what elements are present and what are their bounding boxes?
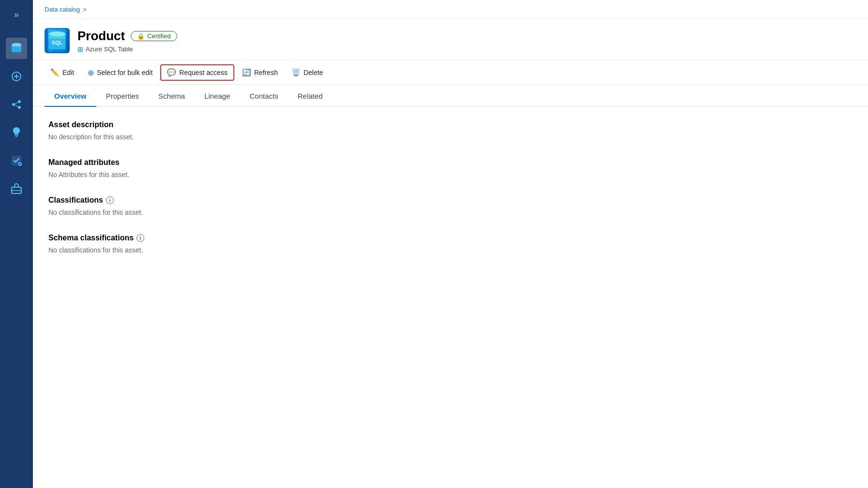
section-schema-classifications: Schema classifications i No classificati… [48, 234, 853, 254]
svg-line-8 [15, 105, 18, 107]
tabs-container: Overview Properties Schema Lineage Conta… [33, 85, 868, 107]
delete-button[interactable]: 🗑️ Delete [286, 65, 329, 80]
request-access-button[interactable]: 💬 Request access [160, 64, 234, 81]
tab-lineage[interactable]: Lineage [195, 85, 240, 107]
svg-point-18 [49, 31, 65, 36]
certification-icon[interactable] [6, 150, 27, 171]
svg-rect-10 [15, 136, 18, 137]
certified-badge-icon: 🔒 [137, 32, 145, 40]
svg-point-5 [18, 100, 21, 103]
main-content: Data catalog > SQL Product 🔒 Certified [33, 0, 868, 488]
tools-icon[interactable] [6, 178, 27, 199]
asset-title-area: Product 🔒 Certified ⊞ Azure SQL Table [77, 29, 177, 53]
asset-header: SQL Product 🔒 Certified ⊞ Azure SQL Tabl… [33, 19, 868, 60]
asset-type-label: Azure SQL Table [86, 45, 133, 53]
sidebar: » [0, 0, 33, 488]
tab-related[interactable]: Related [288, 85, 333, 107]
section-asset-description: Asset description No description for thi… [48, 120, 853, 141]
svg-point-6 [18, 106, 21, 109]
insights-icon[interactable] [6, 122, 27, 143]
section-title-text-managed-attributes: Managed attributes [48, 158, 120, 167]
tab-schema[interactable]: Schema [149, 85, 195, 107]
tab-contacts[interactable]: Contacts [240, 85, 288, 107]
glossary-icon[interactable] [6, 66, 27, 87]
breadcrumb-data-catalog[interactable]: Data catalog [45, 6, 80, 13]
edit-button[interactable]: ✏️ Edit [45, 65, 80, 80]
edit-label: Edit [62, 69, 74, 76]
asset-subtitle: ⊞ Azure SQL Table [77, 45, 177, 53]
workflow-icon[interactable] [6, 94, 27, 115]
section-body-schema-classifications: No classifications for this asset. [48, 246, 853, 254]
section-title-managed-attributes: Managed attributes [48, 158, 853, 167]
asset-title-row: Product 🔒 Certified [77, 29, 177, 44]
delete-label: Delete [304, 69, 323, 76]
bulk-edit-icon: ⊕ [88, 68, 94, 77]
delete-icon: 🗑️ [291, 68, 301, 77]
section-title-asset-description: Asset description [48, 120, 853, 129]
section-title-text-schema-classifications: Schema classifications [48, 234, 134, 242]
refresh-icon: 🔄 [242, 68, 251, 77]
classifications-info-icon[interactable]: i [106, 196, 114, 204]
section-title-schema-classifications: Schema classifications i [48, 234, 853, 242]
request-access-icon: 💬 [167, 68, 176, 77]
svg-text:SQL: SQL [52, 40, 63, 45]
section-body-managed-attributes: No Attributes for this asset. [48, 171, 853, 178]
svg-line-7 [15, 102, 18, 104]
certified-badge: 🔒 Certified [131, 31, 177, 41]
sql-cylinder: SQL [48, 29, 66, 52]
expand-icon[interactable]: » [6, 4, 27, 25]
tab-overview[interactable]: Overview [45, 85, 96, 107]
section-body-classifications: No classifications for this asset. [48, 208, 853, 216]
refresh-button[interactable]: 🔄 Refresh [236, 65, 284, 80]
schema-classifications-info-icon[interactable]: i [137, 234, 144, 242]
section-title-text-asset-description: Asset description [48, 120, 113, 129]
tab-properties[interactable]: Properties [96, 85, 149, 107]
section-title-text-classifications: Classifications [48, 196, 103, 205]
edit-icon: ✏️ [50, 68, 60, 77]
section-title-classifications: Classifications i [48, 196, 853, 205]
refresh-label: Refresh [254, 69, 278, 76]
sql-table-icon: SQL [45, 28, 70, 53]
table-type-icon: ⊞ [77, 45, 83, 53]
section-classifications: Classifications i No classifications for… [48, 196, 853, 216]
section-managed-attributes: Managed attributes No Attributes for thi… [48, 158, 853, 178]
certified-badge-label: Certified [147, 32, 170, 40]
bulk-edit-label: Select for bulk edit [97, 69, 152, 76]
action-toolbar: ✏️ Edit ⊕ Select for bulk edit 💬 Request… [33, 60, 868, 85]
data-catalog-icon[interactable] [6, 38, 27, 59]
request-access-label: Request access [179, 69, 228, 76]
content-area: Asset description No description for thi… [33, 107, 868, 488]
svg-point-4 [12, 103, 15, 106]
breadcrumb-separator: > [83, 6, 87, 13]
svg-point-2 [12, 43, 21, 46]
breadcrumb: Data catalog > [33, 0, 868, 19]
bulk-edit-button[interactable]: ⊕ Select for bulk edit [82, 65, 158, 80]
section-body-asset-description: No description for this asset. [48, 133, 853, 141]
svg-rect-9 [15, 135, 18, 136]
asset-title: Product [77, 29, 125, 44]
